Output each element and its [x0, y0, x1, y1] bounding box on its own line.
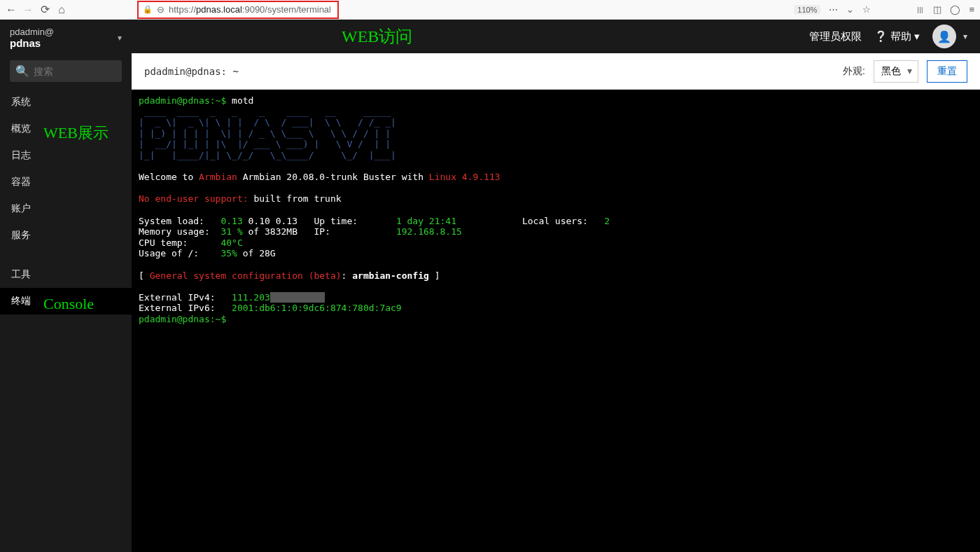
avatar[interactable]: 👤 [932, 25, 956, 48]
ext-ipv6-row: External IPv6: 2001:db6:1:0:9dc6:874:780… [139, 303, 402, 313]
menu-icon[interactable]: ≡ [969, 4, 974, 15]
nav-accounts[interactable]: 账户 [0, 195, 132, 222]
config-row: [ General system configuration (beta): a… [139, 270, 440, 281]
appearance-label: 外观: [843, 65, 865, 78]
zoom-badge[interactable]: 110% [794, 5, 820, 15]
nav-services[interactable]: 服务 [0, 222, 132, 249]
chevron-down-icon: ▾ [914, 30, 920, 43]
terminal-title: pdadmin@pdnas: ~ [144, 66, 239, 77]
mem-row: Memory usage: 31 % of 3832MB IP: 192.168… [139, 226, 462, 237]
nav-system[interactable]: 系统 [0, 89, 132, 116]
cpu-row: CPU temp: 40°C [139, 237, 243, 248]
help-icon: ❔ [874, 30, 888, 43]
ascii-art: ____ ____ _ _ _ ____ __ _____ | _ \| _ \… [139, 106, 396, 160]
lock-icon: 🔒 [143, 5, 153, 14]
sidebar: pdadmin@ pdnas ▾ 🔍 系统 概览WEB展示 日志 容器 账户 服… [0, 20, 132, 552]
nav-logs[interactable]: 日志 [0, 142, 132, 169]
nav-tools[interactable]: 工具 [0, 261, 132, 288]
sidebar-host-selector[interactable]: pdadmin@ pdnas ▾ [0, 20, 132, 56]
url-scheme: https:// [169, 4, 196, 15]
forward-button[interactable]: → [22, 4, 34, 15]
search-icon: 🔍 [15, 64, 29, 78]
sysload-row: System load: 0.13 0.10 0.13 Up time: 1 d… [139, 216, 610, 226]
terminal-output[interactable]: pdadmin@pdnas:~$ motd ____ ____ _ _ _ __… [132, 90, 980, 552]
sidebar-search[interactable]: 🔍 [10, 60, 122, 82]
prompt: pdadmin@pdnas:~$ [139, 314, 232, 324]
chevron-down-icon[interactable]: ▾ [963, 32, 967, 41]
address-bar-wrap: 🔒 ⊖ https://pdnas.local:9090/system/term… [137, 1, 339, 19]
no-support: No end-user support: [139, 193, 253, 204]
library-icon[interactable]: ⫼ [916, 4, 925, 15]
shield-icon: ⊖ [157, 4, 164, 15]
nav-containers[interactable]: 容器 [0, 169, 132, 195]
browser-toolbar: ← → ⟳ ⌂ 🔒 ⊖ https://pdnas.local:9090/sys… [0, 0, 980, 20]
reload-button[interactable]: ⟳ [39, 4, 50, 15]
overlay-title: WEB访问 [342, 25, 412, 48]
usage-row: Usage of /: 35% of 28G [139, 248, 276, 258]
admin-badge[interactable]: 管理员权限 [809, 30, 862, 43]
account-icon[interactable]: ◯ [950, 4, 960, 15]
back-button[interactable]: ← [6, 4, 17, 15]
browser-right-icons: 110% ⋯ ⌄ ☆ ⫼ ◫ ◯ ≡ [794, 4, 974, 15]
url-text: https://pdnas.local:9090/system/terminal [169, 4, 331, 15]
search-input[interactable] [34, 66, 116, 77]
appearance-select[interactable]: 黑色 [874, 60, 918, 83]
address-bar[interactable]: 🔒 ⊖ https://pdnas.local:9090/system/term… [137, 1, 339, 19]
sidebar-host: pdnas [10, 37, 54, 49]
url-host: pdnas.local [196, 4, 242, 15]
welcome-line: Welcome to Armbian Armbian 20.08.0-trunk… [139, 172, 500, 182]
home-button[interactable]: ⌂ [56, 4, 67, 15]
topbar: WEB访问 管理员权限 ❔ 帮助 ▾ 👤 ▾ [132, 20, 980, 53]
terminal-header: pdadmin@pdnas: ~ 外观: 黑色 重置 [132, 53, 980, 90]
prompt: pdadmin@pdnas:~$ [139, 95, 232, 106]
pocket-icon[interactable]: ⌄ [846, 4, 854, 15]
nav-buttons: ← → ⟳ ⌂ [6, 4, 67, 15]
more-icon[interactable]: ⋯ [829, 4, 838, 15]
main: WEB访问 管理员权限 ❔ 帮助 ▾ 👤 ▾ pdadmin@pdnas: ~ … [132, 20, 980, 552]
bookmark-icon[interactable]: ☆ [862, 4, 871, 15]
ext-ipv4-row: External IPv4: 111.203 [139, 292, 325, 303]
overlay-console: Console [43, 295, 94, 313]
sidebar-icon[interactable]: ◫ [933, 4, 941, 15]
nav-terminal[interactable]: 终端Console [0, 288, 132, 315]
reset-button[interactable]: 重置 [927, 60, 967, 83]
url-path: :9090/system/terminal [242, 4, 331, 15]
nav-overview[interactable]: 概览WEB展示 [0, 116, 132, 142]
command: motd [232, 95, 253, 106]
no-support-rest: built from trunk [253, 193, 341, 204]
help-label: 帮助 [890, 30, 911, 43]
sidebar-nav: 系统 概览WEB展示 日志 容器 账户 服务 工具 终端Console [0, 89, 132, 315]
overlay-web: WEB展示 [43, 123, 108, 144]
sidebar-user: pdadmin@ [10, 27, 54, 37]
chevron-down-icon: ▾ [118, 33, 122, 43]
help-menu[interactable]: ❔ 帮助 ▾ [874, 30, 920, 43]
